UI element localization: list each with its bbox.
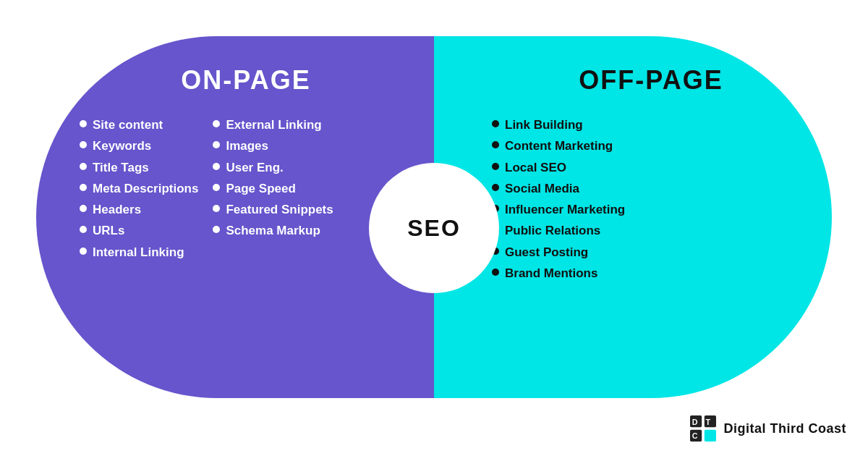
brand-name-label: Digital Third Coast [723, 421, 846, 436]
svg-text:D: D [692, 418, 698, 426]
list-item: Featured Snippets [213, 202, 333, 217]
svg-text:C: C [692, 431, 698, 440]
list-item: URLs [80, 223, 198, 238]
bullet-dot-icon [80, 141, 87, 148]
list-item: Brand Mentions [492, 266, 625, 281]
list-item: Social Media [492, 181, 625, 196]
dtc-logo-icon: D T C [690, 415, 716, 442]
bullet-dot-icon [80, 163, 87, 170]
list-item: Keywords [80, 138, 198, 153]
on-page-col2: External LinkingImagesUser Eng.Page Spee… [213, 117, 333, 260]
list-item: Local SEO [492, 160, 625, 175]
bullet-dot-icon [80, 248, 87, 255]
list-item: Site content [80, 117, 198, 132]
bullet-dot-icon [492, 184, 499, 191]
on-page-col1: Site contentKeywordsTitle TagsMeta Descr… [80, 117, 198, 260]
bullet-dot-icon [213, 141, 220, 148]
list-item: Headers [80, 202, 198, 217]
seo-label: SEO [407, 215, 461, 242]
list-item: Meta Descriptions [80, 181, 198, 196]
list-item: Page Speed [213, 181, 333, 196]
list-item: Images [213, 138, 333, 153]
branding-section: D T C Digital Third Coast [690, 415, 846, 442]
list-item: External Linking [213, 117, 333, 132]
on-page-title: ON-PAGE [80, 65, 412, 96]
bullet-dot-icon [80, 226, 87, 233]
svg-text:T: T [706, 418, 711, 426]
bullet-dot-icon [492, 120, 499, 127]
bullet-dot-icon [213, 205, 220, 212]
bullet-dot-icon [492, 163, 499, 170]
list-item: Title Tags [80, 160, 198, 175]
list-item: Content Marketing [492, 138, 625, 153]
list-item: Public Relations [492, 223, 625, 238]
on-page-columns: Site contentKeywordsTitle TagsMeta Descr… [80, 117, 412, 260]
off-page-col: Link BuildingContent MarketingLocal SEOS… [492, 117, 625, 281]
bullet-dot-icon [213, 226, 220, 233]
bullet-dot-icon [80, 184, 87, 191]
bullet-dot-icon [213, 120, 220, 127]
bullet-dot-icon [492, 141, 499, 148]
svg-rect-3 [705, 430, 716, 442]
bullet-dot-icon [80, 120, 87, 127]
list-item: User Eng. [213, 160, 333, 175]
bullet-dot-icon [80, 205, 87, 212]
list-item: Schema Markup [213, 223, 333, 238]
bullet-dot-icon [213, 184, 220, 191]
bullet-dot-icon [213, 163, 220, 170]
off-page-title: OFF-PAGE [492, 65, 810, 96]
bullet-dot-icon [492, 269, 499, 276]
list-item: Internal Linking [80, 245, 198, 260]
list-item: Link Building [492, 117, 625, 132]
list-item: Guest Posting [492, 245, 625, 260]
seo-center-circle: SEO [369, 163, 499, 293]
list-item: Influencer Marketing [492, 202, 625, 217]
